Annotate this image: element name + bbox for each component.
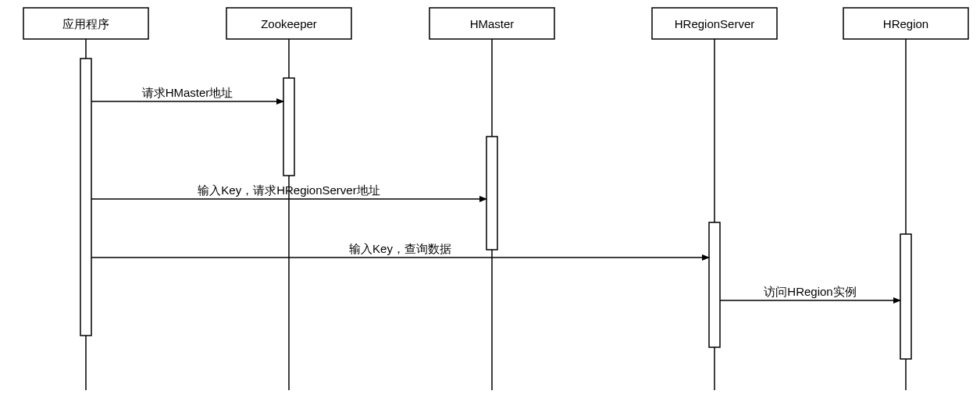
- message-label-2: 输入Key，查询数据: [349, 242, 451, 255]
- activation-master: master: [486, 137, 497, 250]
- participant-label-zk: Zookeeper: [261, 17, 317, 30]
- message-label-0: 请求HMaster地址: [142, 86, 233, 99]
- participant-label-app: 应用程序: [62, 17, 109, 30]
- activation-zk: zk: [283, 78, 294, 176]
- message-label-1: 输入Key，请求HRegionServer地址: [198, 183, 380, 197]
- activation-app: app: [80, 59, 91, 336]
- participant-label-rs: HRegionServer: [675, 17, 755, 30]
- activation-region: region: [900, 234, 911, 359]
- activation-rs: rs: [709, 222, 720, 347]
- participant-label-region: HRegion: [883, 17, 928, 30]
- participant-label-master: HMaster: [470, 17, 515, 30]
- message-label-3: 访问HRegion实例: [764, 285, 856, 298]
